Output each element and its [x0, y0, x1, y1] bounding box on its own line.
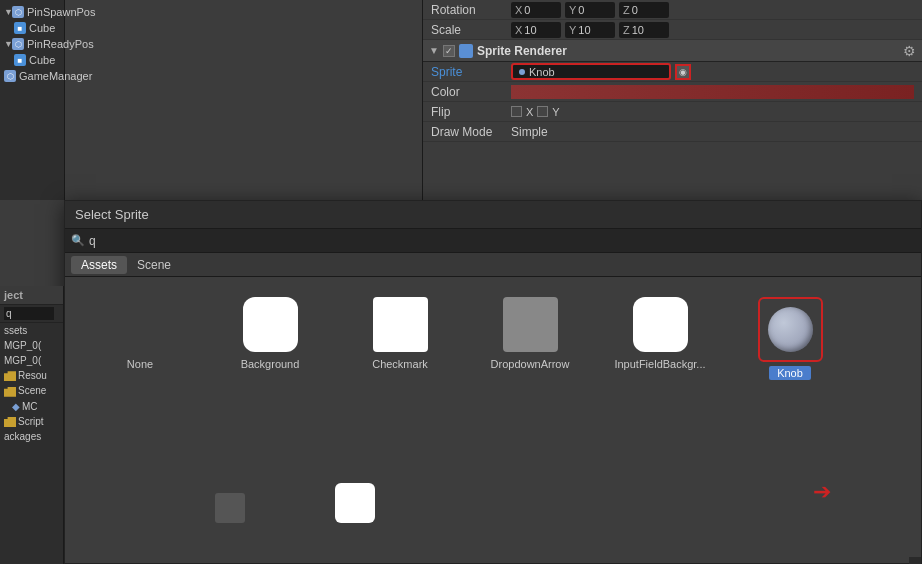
color-swatch[interactable] [511, 85, 914, 99]
hierarchy-label: Cube [29, 54, 55, 66]
sprite-item-inputfield[interactable]: InputFieldBackgr... [595, 287, 725, 466]
flip-x-checkbox[interactable] [511, 106, 522, 117]
sprite-select-button[interactable]: ◉ [675, 64, 691, 80]
sprite-item-dropdownarrow[interactable]: DropdownArrow [465, 287, 595, 466]
flip-label: Flip [431, 105, 511, 119]
hierarchy-label: PinSpawnPos [27, 6, 96, 18]
search-input[interactable] [89, 234, 915, 248]
sprite-thumb-row2-1 [215, 493, 245, 523]
panel-folder-scripts[interactable]: Script [0, 414, 63, 429]
panel-item-mc[interactable]: ◆MC [0, 399, 63, 414]
draw-mode-value: Simple [511, 125, 548, 139]
sprite-item-row2-1[interactable] [215, 493, 245, 527]
sprite-item-knob[interactable]: Knob [725, 287, 855, 466]
tabs-bar: Assets Scene ➔ [65, 253, 921, 277]
scale-label: Scale [431, 23, 511, 37]
search-icon: 🔍 [71, 234, 85, 247]
component-gear-button[interactable]: ⚙ [903, 43, 916, 59]
draw-mode-label: Draw Mode [431, 125, 511, 139]
inspector-panel: Rotation X 0 Y 0 Z 0 Scale X 10 Y [422, 0, 922, 210]
scene-icon: ◆ [12, 401, 20, 412]
scale-z-value: 10 [632, 24, 644, 36]
sprite-name-none: None [127, 358, 153, 370]
sprite-renderer-icon [459, 44, 473, 58]
sprite-renderer-title: Sprite Renderer [477, 44, 567, 58]
hierarchy-item[interactable]: ■ Cube [4, 52, 60, 68]
sprite-grid: None Background Checkmark DropdownArrow … [65, 277, 921, 557]
rotation-x-field[interactable]: X 0 [511, 2, 561, 18]
sprite-value-text: Knob [529, 66, 555, 78]
folder-icon [4, 387, 16, 397]
rotation-z-field[interactable]: Z 0 [619, 2, 669, 18]
folder-icon [4, 417, 16, 427]
gameobject-icon: ⬡ [12, 38, 24, 50]
left-project-panel: ject ssets MGP_0( MGP_0( Resou Scene ◆MC… [0, 286, 64, 564]
color-label: Color [431, 85, 511, 99]
gameobject-icon: ⬡ [12, 6, 24, 18]
hierarchy-panel: ▼ ⬡ PinSpawnPos ■ Cube ▼ ⬡ PinReadyPos ■… [0, 0, 65, 200]
sprite-item-background[interactable]: Background [205, 287, 335, 466]
sprite-name-checkmark: Checkmark [372, 358, 428, 370]
panel-item-mgp2[interactable]: MGP_0( [0, 353, 63, 368]
select-sprite-dialog: Select Sprite 🔍 Assets Scene ➔ None Back… [64, 200, 922, 564]
draw-mode-row: Draw Mode Simple [423, 122, 922, 142]
tab-assets[interactable]: Assets [71, 256, 127, 274]
hierarchy-label: Cube [29, 22, 55, 34]
panel-folder-resources[interactable]: Resou [0, 368, 63, 383]
cube-icon: ■ [14, 54, 26, 66]
y-label: Y [569, 4, 576, 16]
x-label: X [515, 4, 522, 16]
color-row: Color [423, 82, 922, 102]
panel-search [0, 305, 63, 323]
flip-y-checkbox[interactable] [537, 106, 548, 117]
hierarchy-item[interactable]: ▼ ⬡ PinSpawnPos [4, 4, 60, 20]
rotation-z-value: 0 [632, 4, 638, 16]
rotation-label: Rotation [431, 3, 511, 17]
flip-checkboxes: X Y [511, 106, 560, 118]
sprite-name-dropdownarrow: DropdownArrow [491, 358, 570, 370]
sprite-thumb-background [243, 297, 298, 352]
gameobject-icon: ⬡ [4, 70, 16, 82]
panel-section-assets: ssets [0, 323, 63, 338]
knob-circle [768, 307, 813, 352]
red-arrow-icon: ➔ [813, 479, 831, 505]
sprite-thumb-none [113, 297, 168, 352]
hierarchy-item[interactable]: ⬡ GameManager [4, 68, 60, 84]
sprite-item-checkmark[interactable]: Checkmark [335, 287, 465, 466]
sprite-item-row2-2[interactable] [335, 483, 375, 527]
sprite-dot-icon [519, 69, 525, 75]
scale-y-field[interactable]: Y 10 [565, 22, 615, 38]
scale-y-value: 10 [578, 24, 590, 36]
folder-icon [4, 371, 16, 381]
sprite-value-box[interactable]: Knob [511, 63, 671, 80]
sprite-name-knob: Knob [769, 366, 811, 380]
tab-scene[interactable]: Scene [127, 256, 181, 274]
component-collapse-arrow: ▼ [429, 45, 439, 56]
panel-folder-scenes[interactable]: Scene [0, 383, 63, 398]
rotation-fields: X 0 Y 0 Z 0 [511, 2, 914, 18]
sprite-thumb-inputfield [633, 297, 688, 352]
sprite-renderer-header[interactable]: ▼ ✓ Sprite Renderer ⚙ [423, 40, 922, 62]
sprite-label: Sprite [431, 65, 511, 79]
hierarchy-item[interactable]: ■ Cube [4, 20, 60, 36]
sprite-thumb-row2-2 [335, 483, 375, 523]
z-label: Z [623, 4, 630, 16]
flip-x-label: X [526, 106, 533, 118]
component-enabled-checkbox[interactable]: ✓ [443, 45, 455, 57]
panel-item-packages[interactable]: ackages [0, 429, 63, 444]
rotation-y-value: 0 [578, 4, 584, 16]
panel-item-mgp1[interactable]: MGP_0( [0, 338, 63, 353]
rotation-y-field[interactable]: Y 0 [565, 2, 615, 18]
x-label: X [515, 24, 522, 36]
rotation-row: Rotation X 0 Y 0 Z 0 [423, 0, 922, 20]
scale-x-field[interactable]: X 10 [511, 22, 561, 38]
search-bar: 🔍 [65, 229, 921, 253]
sprite-item-none[interactable]: None [75, 287, 205, 466]
panel-search-input[interactable] [4, 307, 54, 320]
scale-z-field[interactable]: Z 10 [619, 22, 669, 38]
collapse-arrow: ▼ [4, 7, 12, 17]
cube-icon: ■ [14, 22, 26, 34]
hierarchy-item[interactable]: ▼ ⬡ PinReadyPos [4, 36, 60, 52]
hierarchy-label: GameManager [19, 70, 92, 82]
dialog-title: Select Sprite [75, 207, 149, 222]
